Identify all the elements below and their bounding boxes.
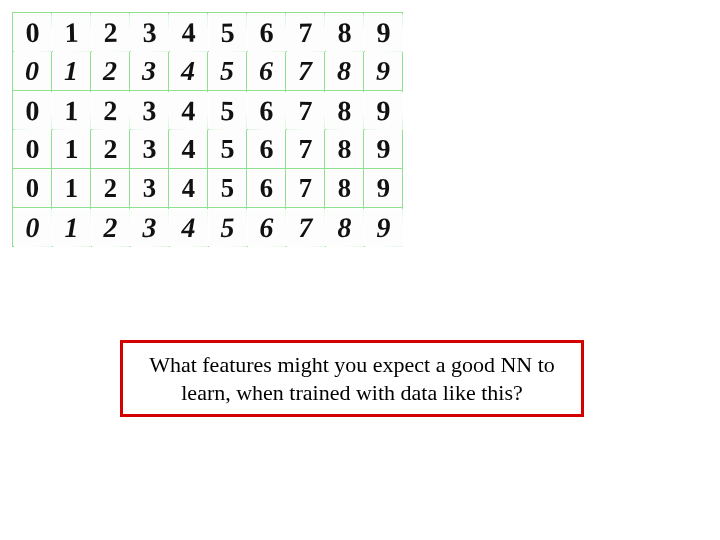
digit-cell: 0 [13,130,52,169]
digit-cell: 5 [207,90,247,130]
digit-cell: 9 [363,90,403,130]
mnist-digit-grid: 0 1 2 3 4 5 6 7 8 9 0 1 2 3 4 5 6 7 8 9 … [12,12,403,247]
digit-cell: 9 [364,169,401,208]
digit-cell: 1 [52,169,89,208]
digit-cell: 3 [129,207,168,246]
digit-cell: 2 [91,130,130,169]
digit-cell: 6 [246,207,285,246]
digit-cell: 9 [364,130,403,169]
digit-row: 0 1 2 3 4 5 6 7 8 9 [13,169,403,208]
digit-cell: 9 [364,52,403,91]
digit-cell: 4 [169,52,208,91]
digit-cell: 1 [51,12,91,52]
digit-cell: 3 [130,52,169,91]
digit-cell: 3 [129,12,169,52]
digit-cell: 6 [246,90,286,130]
digit-cell: 8 [325,169,362,208]
digit-row: 0 1 2 3 4 5 6 7 8 9 [13,130,403,169]
digit-cell: 7 [285,207,324,246]
digit-cell: 5 [208,52,247,91]
digit-cell: 0 [13,52,52,91]
digit-cell: 5 [208,130,247,169]
digit-cell: 8 [324,90,364,130]
digit-cell: 3 [130,169,167,208]
digit-cell: 6 [247,169,284,208]
digit-cell: 0 [12,207,51,246]
question-callout: What features might you expect a good NN… [120,340,584,417]
digit-cell: 0 [13,169,50,208]
slide: 0 1 2 3 4 5 6 7 8 9 0 1 2 3 4 5 6 7 8 9 … [0,0,720,540]
digit-cell: 7 [286,130,325,169]
digit-cell: 9 [363,12,403,52]
digit-cell: 1 [52,130,91,169]
digit-cell: 5 [207,207,246,246]
digit-cell: 6 [247,52,286,91]
digit-cell: 4 [169,169,206,208]
digit-cell: 7 [286,52,325,91]
digit-cell: 2 [90,207,129,246]
digit-row: 0 1 2 3 4 5 6 7 8 9 [13,208,403,247]
digit-cell: 7 [286,169,323,208]
digit-cell: 1 [51,90,91,130]
digit-cell: 0 [12,12,52,52]
digit-cell: 1 [52,52,91,91]
digit-cell: 7 [285,90,325,130]
digit-cell: 6 [247,130,286,169]
digit-cell: 8 [324,12,364,52]
digit-cell: 2 [91,169,128,208]
digit-cell: 6 [246,12,286,52]
digit-cell: 8 [324,207,363,246]
digit-cell: 9 [363,207,402,246]
digit-cell: 3 [129,90,169,130]
digit-row: 0 1 2 3 4 5 6 7 8 9 [13,91,403,130]
question-text: What features might you expect a good NN… [149,352,555,405]
digit-cell: 1 [51,207,90,246]
digit-cell: 8 [325,52,364,91]
digit-cell: 0 [12,90,52,130]
digit-cell: 3 [130,130,169,169]
digit-cell: 4 [168,207,207,246]
digit-cell: 5 [207,12,247,52]
digit-cell: 5 [208,169,245,208]
digit-cell: 2 [91,52,130,91]
digit-cell: 4 [168,90,208,130]
digit-cell: 4 [168,12,208,52]
digit-row: 0 1 2 3 4 5 6 7 8 9 [13,13,403,52]
digit-cell: 8 [325,130,364,169]
digit-cell: 7 [285,12,325,52]
digit-cell: 2 [90,90,130,130]
digit-cell: 4 [169,130,208,169]
digit-cell: 2 [90,12,130,52]
digit-row: 0 1 2 3 4 5 6 7 8 9 [13,52,403,91]
